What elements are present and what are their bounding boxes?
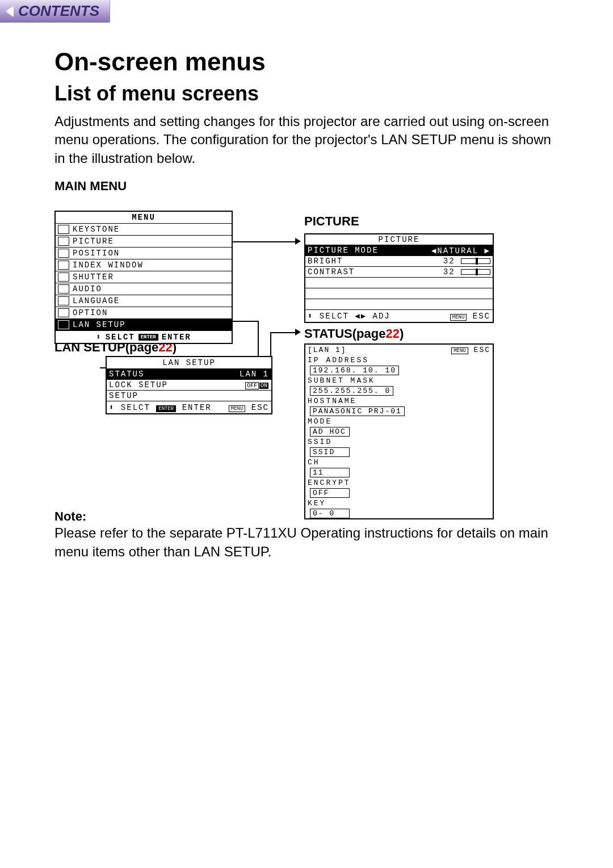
status-label-row: ENCRYPT: [305, 477, 493, 488]
status-label-row: CH: [305, 457, 493, 467]
lan-setup-panel: LAN SETUP STATUS LAN 1 LOCK SETUP OFFON …: [106, 356, 272, 414]
main-menu-footer: ⬍ SELCT ENTER ENTER: [56, 330, 232, 343]
status-label-row: IP ADDRESS: [305, 355, 493, 365]
picture-label: PICTURE: [304, 214, 359, 229]
menu-item-icon: [58, 249, 69, 258]
main-menu-item: INDEX WINDOW: [56, 259, 232, 271]
main-menu-item: AUDIO: [56, 283, 232, 295]
main-menu-title: MENU: [56, 212, 232, 223]
picture-footer: ⬍ SELCT ◀▶ ADJ MENU ESC: [305, 309, 493, 322]
main-menu-item: KEYSTONE: [56, 223, 232, 235]
main-menu-item: SHUTTER: [56, 271, 232, 283]
lan-row-status: STATUS LAN 1: [107, 368, 271, 379]
main-menu-item: LANGUAGE: [56, 295, 232, 307]
status-value-row: 192.168. 10. 10: [305, 365, 493, 375]
menu-item-icon: [58, 284, 69, 293]
menu-item-icon: [58, 272, 69, 282]
lan-setup-footer: ⬍ SELCT ENTER ENTER MENU ESC: [107, 401, 271, 413]
menu-item-icon: [58, 225, 69, 234]
intro-text: Adjustments and setting changes for this…: [54, 112, 559, 167]
status-value-row: OFF: [305, 488, 493, 498]
menu-item-icon: [58, 296, 69, 305]
menu-item-icon: [58, 320, 69, 329]
status-value-row: 11: [305, 467, 493, 477]
status-label-row: SSID: [305, 437, 493, 447]
menu-item-icon: [58, 237, 69, 246]
lan-setup-title: LAN SETUP: [107, 357, 271, 368]
status-value-row: PANASONIC PRJ-01: [305, 406, 493, 416]
status-panel: [LAN 1] MENU ESC IP ADDRESS192.168. 10. …: [304, 343, 494, 519]
status-value-row: 0- 0: [305, 508, 493, 518]
section-title: List of menu screens: [54, 82, 559, 106]
picture-contrast-row: CONTRAST 32: [305, 266, 493, 277]
lan-row-lock: LOCK SETUP OFFON: [107, 379, 271, 390]
status-value-row: AD HOC: [305, 426, 493, 437]
menu-diagram: PICTURE STATUS(page22) LAN SETUP(page22)…: [54, 197, 559, 492]
status-label: STATUS(page22): [304, 326, 404, 341]
status-label-row: KEY: [305, 498, 493, 508]
page-title: On-screen menus: [54, 48, 559, 76]
main-menu-item: OPTION: [56, 307, 232, 318]
contents-label: CONTENTS: [18, 2, 99, 20]
contents-button[interactable]: CONTENTS: [0, 0, 110, 23]
main-menu-item: POSITION: [56, 247, 232, 259]
status-value-row: 255.255.255. 0: [305, 385, 493, 396]
main-menu-panel: MENU KEYSTONEPICTUREPOSITIONINDEX WINDOW…: [54, 211, 233, 344]
menu-item-icon: [58, 308, 69, 317]
main-menu-item: LAN SETUP: [56, 318, 232, 330]
status-label-row: SUBNET MASK: [305, 375, 493, 385]
menu-item-icon: [58, 261, 69, 270]
status-header: [LAN 1] MENU ESC: [305, 345, 493, 355]
status-label-row: MODE: [305, 416, 493, 426]
back-triangle-icon: [6, 6, 14, 17]
main-menu-item: PICTURE: [56, 235, 232, 247]
picture-title: PICTURE: [305, 234, 493, 245]
status-label-row: HOSTNAME: [305, 396, 493, 406]
picture-mode-row: PICTURE MODE ◀NATURAL ▶: [305, 245, 493, 255]
note-body: Please refer to the separate PT-L711XU O…: [54, 524, 559, 561]
main-menu-label: MAIN MENU: [54, 179, 559, 194]
picture-panel: PICTURE PICTURE MODE ◀NATURAL ▶ BRIGHT 3…: [304, 233, 494, 323]
picture-bright-row: BRIGHT 32: [305, 255, 493, 266]
lan-row-setup: SETUP: [107, 390, 271, 401]
status-value-row: SSID: [305, 447, 493, 457]
